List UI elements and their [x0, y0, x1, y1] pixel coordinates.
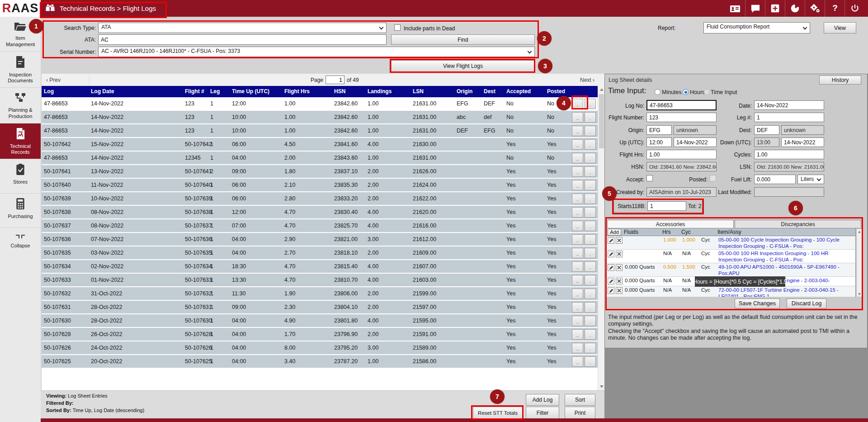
row-more-button[interactable]: . — [585, 329, 596, 340]
edit-accessory-button[interactable] — [608, 237, 614, 244]
accept-checkbox[interactable] — [646, 175, 653, 181]
column-header-accepted[interactable]: Accepted — [504, 86, 545, 97]
open-log-button[interactable]: .. — [572, 166, 583, 177]
table-row[interactable]: 47-8665314-Nov-2022123112:001.0023842.60… — [42, 97, 598, 111]
row-more-button[interactable]: . — [585, 194, 596, 204]
open-log-button[interactable]: .. — [572, 99, 583, 109]
table-row[interactable]: 47-8665314-Nov-2022123110:001.0023842.60… — [42, 111, 598, 124]
accessories-scrollbar[interactable] — [856, 228, 862, 297]
time-input-radio-time-input[interactable] — [704, 89, 710, 95]
up-date-input[interactable] — [674, 138, 717, 147]
page-number-input[interactable] — [326, 76, 344, 84]
scrollbar-thumb[interactable] — [599, 94, 604, 148]
item-assy-link[interactable]: 05-00-00 100 HR Inspection Grouping - 10… — [717, 250, 846, 263]
table-row[interactable]: 50-10763301-Nov-202250-107633113:304.702… — [42, 274, 598, 287]
filter-button[interactable]: Filter — [526, 407, 559, 419]
row-more-button[interactable]: . — [585, 343, 596, 353]
delete-accessory-button[interactable] — [616, 237, 623, 244]
print-button[interactable]: Print — [565, 407, 595, 419]
acc-scroll-up-arrow[interactable] — [857, 229, 862, 234]
row-more-button[interactable]: . — [585, 112, 596, 123]
table-row[interactable]: 50-10762520-Oct-202250-107625104:003.402… — [42, 355, 598, 369]
sort-button[interactable]: Sort — [565, 394, 595, 406]
row-more-button[interactable]: . — [585, 139, 596, 150]
table-row[interactable]: 50-10764011-Nov-202250-107640106:002.102… — [42, 179, 598, 192]
row-more-button[interactable]: . — [585, 234, 596, 245]
row-more-button[interactable]: . — [585, 207, 596, 218]
row-more-button[interactable]: . — [585, 180, 596, 190]
row-more-button[interactable]: . — [585, 261, 596, 272]
item-assy-link[interactable]: 05-00-00 100 Cycle Inspection Grouping -… — [717, 236, 846, 249]
time-input-radio-minutes[interactable] — [655, 89, 660, 95]
delete-accessory-button[interactable] — [616, 287, 623, 294]
sidebar-item-stores[interactable]: Stores — [0, 159, 41, 194]
acc-scroll-down-arrow[interactable] — [857, 291, 862, 297]
table-row[interactable]: 50-10763708-Nov-202250-107637107:004.702… — [42, 219, 598, 233]
open-log-button[interactable]: .. — [572, 248, 583, 258]
add-log-button[interactable]: Add Log — [526, 394, 559, 406]
discard-log-button[interactable]: Discard Log — [787, 299, 826, 308]
open-log-button[interactable]: .. — [572, 329, 583, 340]
open-log-button[interactable]: .. — [572, 261, 583, 272]
column-header-posted[interactable]: Posted — [545, 86, 571, 97]
open-log-button[interactable]: .. — [572, 302, 583, 313]
ata-input[interactable] — [98, 34, 387, 45]
row-more-button[interactable]: . — [585, 166, 596, 177]
open-log-button[interactable]: .. — [572, 207, 583, 218]
table-row[interactable]: 50-10763028-Oct-202250-107630104:004.902… — [42, 314, 598, 328]
edit-accessory-button[interactable] — [608, 278, 614, 284]
open-log-button[interactable]: .. — [572, 112, 583, 123]
tab-accessories[interactable]: Accessories — [607, 220, 734, 228]
item-assy-link[interactable]: 72-00-00 LF507-1F Turbine Engine - 2-003… — [717, 286, 846, 297]
fuel-lift-input[interactable] — [754, 175, 796, 184]
column-header-dest[interactable]: Dest — [481, 86, 504, 97]
row-more-button[interactable]: . — [585, 356, 596, 367]
table-row[interactable]: 50-10764113-Nov-202250-107641209:001.802… — [42, 165, 598, 179]
column-header-log[interactable]: Log — [42, 86, 89, 97]
fuel-unit-select[interactable]: Liters — [797, 175, 824, 184]
add-icon[interactable] — [765, 0, 785, 17]
save-changes-button[interactable]: Save Changes — [735, 299, 780, 308]
edit-accessory-button[interactable] — [608, 264, 614, 271]
row-more-button[interactable]: . — [585, 248, 596, 258]
open-log-button[interactable]: .. — [572, 180, 583, 190]
next-page-button[interactable]: Next › — [580, 77, 604, 83]
table-row[interactable]: 50-10763231-Oct-202250-107632111:301.902… — [42, 287, 598, 301]
sidebar-item-planning-production[interactable]: Planning & Production — [0, 88, 41, 123]
find-button[interactable]: Find — [391, 34, 535, 45]
serial-number-select[interactable]: AC - AVRO 146RJ100 - 146RJ100* - C-FSUA … — [98, 47, 535, 57]
include-dead-checkbox[interactable] — [394, 24, 401, 31]
table-row[interactable]: 50-10763503-Nov-202250-107635104:002.702… — [42, 247, 598, 260]
row-more-button[interactable]: . — [585, 126, 596, 136]
column-header-hsn[interactable]: HSN — [332, 86, 365, 97]
messages-icon[interactable] — [745, 0, 765, 17]
starts118b-input[interactable] — [647, 201, 686, 211]
search-type-select[interactable]: ATA — [98, 23, 387, 33]
id-card-icon[interactable] — [725, 0, 745, 17]
open-log-button[interactable]: .. — [572, 221, 583, 231]
report-select[interactable]: Fluid Consumption Report — [703, 22, 810, 33]
up-time-input[interactable] — [646, 138, 672, 147]
reports-icon[interactable] — [785, 0, 805, 17]
log-no-input[interactable] — [646, 100, 717, 110]
leg-input[interactable] — [754, 113, 824, 122]
down-date-input[interactable] — [781, 138, 824, 147]
row-more-button[interactable]: . — [585, 221, 596, 231]
settings-icon[interactable] — [805, 0, 825, 17]
add-accessory-button[interactable]: Add — [608, 229, 621, 236]
open-log-button[interactable]: .. — [572, 153, 583, 163]
edit-accessory-button[interactable] — [608, 251, 614, 257]
column-header-landings[interactable]: Landings — [365, 86, 410, 97]
row-more-button[interactable]: . — [585, 275, 596, 285]
open-log-button[interactable]: .. — [572, 139, 583, 150]
table-row[interactable]: 47-8665314-Nov-202212345104:002.0023843.… — [42, 152, 598, 165]
sidebar-collapse-button[interactable]: Collapse — [0, 228, 41, 257]
open-log-button[interactable]: .. — [572, 289, 583, 299]
scroll-up-arrow[interactable] — [598, 86, 605, 93]
delete-accessory-button[interactable] — [616, 251, 623, 257]
help-icon[interactable]: ? — [825, 0, 844, 17]
reset-stt-totals-button[interactable]: Reset STT Totals — [473, 407, 523, 419]
delete-accessory-button[interactable] — [616, 278, 623, 284]
column-header-time-up-utc-[interactable]: Time Up (UTC) — [230, 86, 282, 97]
sidebar-item-inspection-documents[interactable]: Inspection Documents — [0, 52, 41, 88]
